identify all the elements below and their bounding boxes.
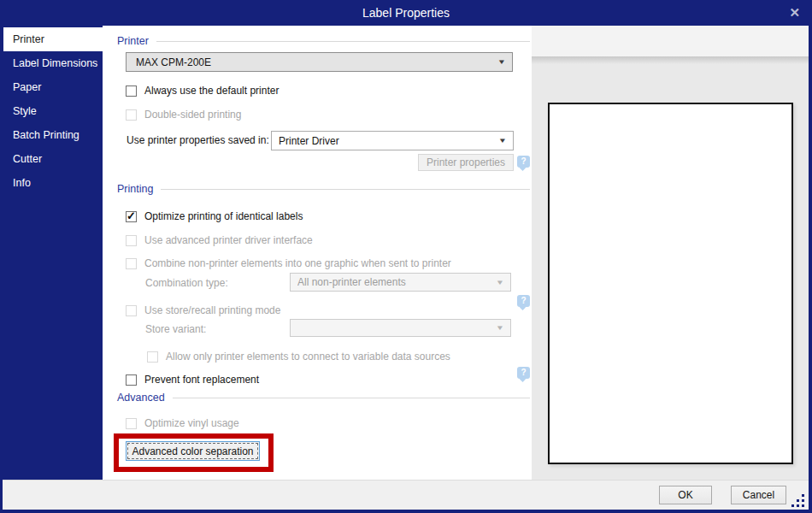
checkbox-row-always-default[interactable]: Always use the default printer [126,84,279,97]
preview-panel [532,26,809,480]
chevron-down-icon: ▼ [496,279,504,286]
ok-label: OK [678,489,692,501]
title-bar: Label Properties ✕ [0,0,812,26]
preview-canvas-area [532,56,809,480]
checkbox-row-double-sided: Double-sided printing [126,108,241,121]
help-icon[interactable]: ? [517,367,530,379]
section-divider [173,398,530,398]
combination-type-value: All non-printer elements [297,276,497,288]
dialog-title: Label Properties [362,6,450,20]
combination-type-select: All non-printer elements ▼ [290,273,511,292]
sidebar-item-label-dimensions[interactable]: Label Dimensions [0,51,103,75]
prevent-font-checkbox[interactable] [126,374,137,386]
advanced-color-separation-label: Advanced color separation [132,445,253,457]
checkbox-row-combine-elements: Combine non-printer elements into one gr… [126,256,451,270]
always-default-checkbox[interactable] [126,86,137,97]
store-variant-label: Store variant: [145,323,206,335]
optimize-identical-checkbox[interactable]: ✓ [126,211,137,222]
sidebar-item-batch-printing[interactable]: Batch Printing [0,123,103,147]
properties-saved-label: Use printer properties saved in: [127,134,269,146]
printer-select-value: MAX CPM-200E [136,56,498,68]
chevron-down-icon: ▼ [498,137,507,144]
allow-printer-elements-label: Allow only printer elements to connect t… [166,351,450,363]
printer-properties-label: Printer properties [427,156,505,168]
cancel-label: Cancel [743,489,774,501]
advanced-driver-label: Use advanced printer driver interface [144,234,313,246]
printing-section-header: Printing [117,183,530,195]
resize-grip[interactable] [791,494,794,497]
double-sided-checkbox [126,109,137,121]
combine-elements-checkbox [126,258,137,269]
checkbox-row-allow-printer-elements: Allow only printer elements to connect t… [147,350,450,363]
double-sided-label: Double-sided printing [144,109,241,121]
printer-section-label: Printer [117,35,149,47]
combine-elements-label: Combine non-printer elements into one gr… [144,257,451,269]
sidebar-item-paper[interactable]: Paper [0,75,103,99]
label-properties-dialog: Label Properties ✕ Printer Label Dimensi… [0,0,812,513]
allow-printer-elements-checkbox [147,351,158,363]
prevent-font-label: Prevent font replacement [144,374,259,386]
properties-saved-select[interactable]: Printer Driver ▼ [271,131,514,150]
optimize-identical-label: Optimize printing of identical labels [144,210,303,222]
optimize-vinyl-label: Optimize vinyl usage [144,417,239,429]
store-recall-label: Use store/recall printing mode [144,304,280,316]
advanced-section-header: Advanced [117,392,530,404]
printer-select[interactable]: MAX CPM-200E ▼ [126,52,513,72]
sidebar-item-cutter[interactable]: Cutter [0,147,103,171]
chevron-down-icon: ▼ [497,58,506,66]
combination-type-label: Combination type: [145,277,228,289]
main-content: Printer MAX CPM-200E ▼ Always use the de… [103,26,532,480]
optimize-vinyl-checkbox [126,418,137,429]
sidebar-item-info[interactable]: Info [0,171,103,195]
checkbox-row-optimize-identical[interactable]: ✓ Optimize printing of identical labels [126,209,303,223]
help-icon[interactable]: ? [517,156,530,168]
label-preview [548,103,793,464]
chevron-down-icon: ▼ [496,324,504,332]
advanced-color-separation-button[interactable]: Advanced color separation [126,441,260,461]
ok-button[interactable]: OK [659,486,712,504]
sidebar-item-printer[interactable]: Printer [3,27,103,51]
store-recall-checkbox [126,305,137,316]
help-icon[interactable]: ? [517,295,530,307]
section-divider [156,41,530,42]
close-icon[interactable]: ✕ [789,0,800,26]
section-divider [161,189,530,190]
checkbox-row-advanced-driver: Use advanced printer driver interface [126,233,313,247]
printing-section-label: Printing [117,183,153,195]
checkbox-row-prevent-font[interactable]: Prevent font replacement [126,373,259,386]
checkbox-row-store-recall: Use store/recall printing mode [126,304,280,317]
cancel-button[interactable]: Cancel [731,486,786,504]
properties-saved-value: Printer Driver [279,135,499,147]
sidebar: Printer Label Dimensions Paper Style Bat… [0,26,103,480]
printer-properties-button: Printer properties [418,154,514,171]
checkmark-icon: ✓ [127,209,136,222]
advanced-section-label: Advanced [117,392,165,404]
checkbox-row-optimize-vinyl: Optimize vinyl usage [126,416,239,430]
always-default-label: Always use the default printer [144,85,279,97]
printer-section-header: Printer [117,35,530,47]
sidebar-item-style[interactable]: Style [0,99,103,123]
store-variant-select: ▼ [290,319,511,337]
advanced-driver-checkbox [126,235,137,246]
